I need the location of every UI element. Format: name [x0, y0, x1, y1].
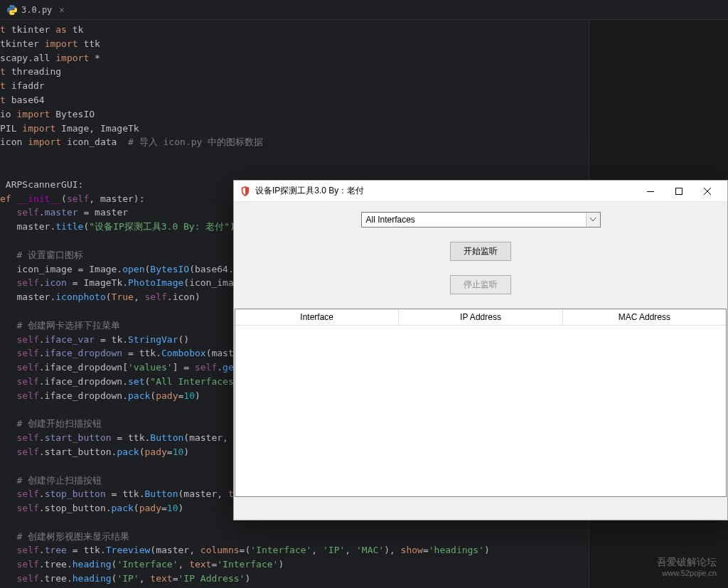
svg-point-0	[10, 6, 11, 6]
svg-rect-2	[647, 191, 654, 192]
code-line[interactable]: tkinter import ttk	[0, 37, 589, 51]
code-line[interactable]: self.tree = ttk.Treeview(master, columns…	[0, 543, 589, 557]
svg-rect-3	[676, 188, 682, 194]
app-shield-icon	[240, 186, 251, 197]
start-button[interactable]: 开始监听	[450, 242, 511, 261]
stop-button: 停止监听	[450, 275, 511, 294]
code-line[interactable]	[0, 149, 589, 164]
code-line[interactable]: self.tree.heading('IP', text='IP Address…	[0, 572, 589, 586]
window-title: 设备IP探测工具3.0 By：老付	[255, 185, 636, 197]
code-line[interactable]: icon import icon_data # 导入 icon.py 中的图标数…	[0, 135, 589, 149]
code-line[interactable]: t base64	[0, 93, 589, 107]
title-bar[interactable]: 设备IP探测工具3.0 By：老付	[234, 181, 727, 202]
col-ip-address[interactable]: IP Address	[399, 309, 562, 325]
interface-dropdown[interactable]: All Interfaces	[361, 212, 601, 228]
tree-header: Interface IP Address MAC Address	[235, 309, 726, 326]
close-tab-icon[interactable]: ×	[59, 5, 64, 15]
code-line[interactable]: PIL import Image, ImageTk	[0, 122, 589, 136]
minimize-button[interactable]	[636, 181, 665, 202]
col-mac-address[interactable]: MAC Address	[563, 309, 726, 325]
code-line[interactable]: io import BytesIO	[0, 107, 589, 122]
code-line[interactable]: t tkinter as tk	[0, 23, 589, 37]
python-file-icon	[7, 5, 17, 15]
dropdown-value: All Interfaces	[366, 215, 415, 225]
maximize-button[interactable]	[665, 181, 693, 202]
tab-filename: 3.0.py	[21, 5, 52, 15]
code-line[interactable]: self.tree.heading('Interface', text='Int…	[0, 557, 589, 572]
chevron-down-icon	[586, 213, 600, 227]
app-window: 设备IP探测工具3.0 By：老付 All Interfaces 开始监听 停止…	[233, 180, 728, 520]
window-body: All Interfaces 开始监听 停止监听 Interface IP Ad…	[234, 202, 727, 504]
window-controls	[636, 181, 722, 202]
code-line[interactable]: # 创建树形视图来显示结果	[0, 530, 589, 544]
code-line[interactable]: t ifaddr	[0, 79, 589, 93]
close-button[interactable]	[693, 181, 722, 202]
col-interface[interactable]: Interface	[235, 309, 399, 325]
code-line[interactable]: t threading	[0, 65, 589, 79]
file-tab[interactable]: 3.0.py ×	[0, 2, 72, 18]
code-line[interactable]: scapy.all import *	[0, 51, 589, 65]
results-treeview[interactable]: Interface IP Address MAC Address	[235, 309, 727, 497]
tab-bar: 3.0.py ×	[0, 0, 728, 20]
code-line[interactable]	[0, 164, 589, 178]
svg-point-1	[13, 13, 14, 14]
